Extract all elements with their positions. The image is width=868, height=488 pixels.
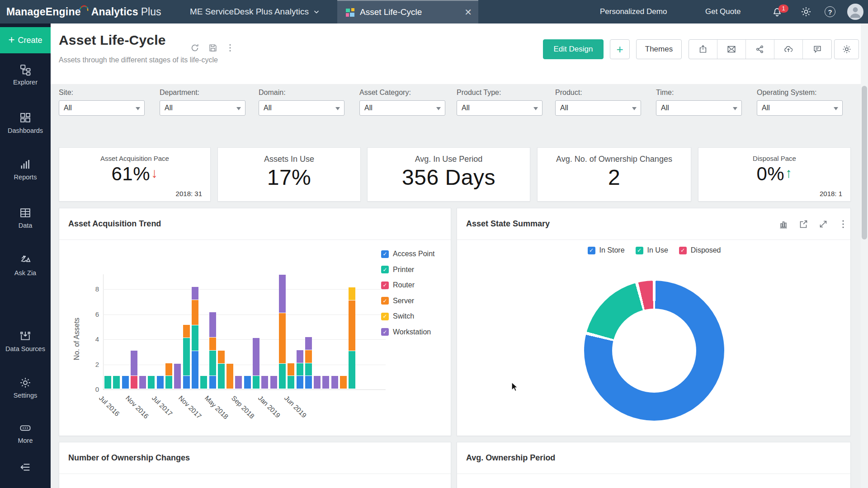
legend-item-ws: ✓Workstation bbox=[381, 328, 434, 336]
x-tick-label: Jul 2017 bbox=[151, 394, 174, 418]
bar-segment-ap bbox=[183, 376, 190, 389]
kpi-card: Asset Acquisition Pace61%↓2018: 31 bbox=[59, 147, 211, 202]
kpi-value: 2 bbox=[538, 165, 691, 190]
kpi-comparison-value: 2018: 1 bbox=[820, 190, 842, 197]
legend-checkbox[interactable]: ✓ bbox=[381, 328, 389, 336]
filter-dropdown[interactable]: All bbox=[160, 100, 245, 116]
sidebar-item-ask-zia[interactable]: Ask Zia bbox=[0, 254, 51, 277]
sidebar-item-explorer[interactable]: Explorer bbox=[0, 63, 51, 86]
filter-value: All bbox=[762, 104, 770, 112]
edit-design-button[interactable]: Edit Design bbox=[543, 39, 604, 59]
personalized-demo-link[interactable]: Personalized Demo bbox=[600, 0, 667, 23]
sidebar-item-reports[interactable]: Reports bbox=[0, 158, 51, 181]
stacked-bar bbox=[122, 376, 129, 389]
filter-dropdown[interactable]: All bbox=[259, 100, 344, 116]
kpi-value: 61%↓ bbox=[59, 163, 210, 185]
sidebar-item-more[interactable]: More bbox=[0, 422, 51, 444]
themes-button[interactable]: Themes bbox=[636, 39, 682, 59]
filter-dropdown[interactable]: All bbox=[457, 100, 542, 116]
get-quote-link[interactable]: Get Quote bbox=[705, 0, 741, 23]
dropdown-arrow-icon bbox=[533, 107, 538, 110]
filter-value: All bbox=[364, 104, 373, 112]
kpi-card: Disposal Pace0%↑2018: 1 bbox=[698, 147, 851, 202]
add-widget-button[interactable]: + bbox=[610, 39, 630, 59]
themes-label: Themes bbox=[645, 45, 673, 54]
bar-segment-ws bbox=[314, 376, 321, 389]
tab-title: Asset Life-Cycle bbox=[360, 7, 422, 17]
donut-hole bbox=[612, 309, 696, 393]
publish-cloud-icon[interactable] bbox=[774, 40, 803, 59]
panel-header: Asset State Summary bbox=[457, 208, 850, 240]
legend-checkbox[interactable]: ✓ bbox=[381, 250, 389, 258]
tab-close-icon[interactable]: ✕ bbox=[464, 8, 472, 17]
bar-segment-sw bbox=[349, 287, 355, 300]
legend-checkbox[interactable]: ✓ bbox=[679, 247, 687, 254]
refresh-icon[interactable] bbox=[190, 43, 202, 55]
kpi-comparison-value: 2018: 31 bbox=[176, 190, 202, 197]
legend-label: In Store bbox=[599, 246, 625, 254]
bar-segment-ap bbox=[157, 376, 164, 389]
filter-dropdown[interactable]: All bbox=[656, 100, 742, 116]
expand-icon[interactable] bbox=[818, 219, 829, 230]
open-in-new-icon[interactable] bbox=[798, 219, 809, 230]
user-avatar[interactable] bbox=[847, 4, 863, 20]
more-options-icon[interactable] bbox=[225, 43, 237, 55]
more-options-icon[interactable] bbox=[838, 219, 849, 230]
filter-dropdown[interactable]: All bbox=[757, 100, 843, 116]
bar-segment-ws bbox=[192, 287, 198, 300]
scrollbar-thumb[interactable] bbox=[862, 86, 867, 239]
bar-segment-ws bbox=[261, 376, 268, 389]
plus-icon: + bbox=[616, 42, 623, 56]
bar-segment-pr bbox=[200, 376, 207, 389]
legend-checkbox[interactable]: ✓ bbox=[381, 313, 389, 320]
bar-segment-ws bbox=[253, 338, 259, 375]
share-icon[interactable] bbox=[746, 40, 774, 59]
legend-checkbox[interactable]: ✓ bbox=[381, 297, 389, 305]
stacked-bar bbox=[174, 364, 181, 389]
filter-dropdown[interactable]: All bbox=[555, 100, 641, 116]
filter-dropdown[interactable]: All bbox=[359, 100, 445, 116]
legend-checkbox[interactable]: ✓ bbox=[381, 266, 389, 273]
collapse-sidebar-icon[interactable] bbox=[19, 461, 32, 474]
sidebar-item-label: Data bbox=[0, 222, 51, 229]
tab-asset-life-cycle[interactable]: Asset Life-Cycle ✕ bbox=[337, 0, 478, 23]
stacked-bar bbox=[253, 338, 259, 389]
y-tick-label: 8 bbox=[77, 285, 99, 293]
sidebar-item-dashboards[interactable]: Dashboards bbox=[0, 112, 51, 134]
dashboard-grid-icon bbox=[345, 8, 355, 17]
stacked-bar bbox=[157, 376, 164, 389]
panel-title: Asset State Summary bbox=[466, 219, 550, 229]
brand-logo[interactable]: ManageEngineAnalyticsPlus bbox=[6, 0, 161, 23]
legend-label: Router bbox=[393, 281, 415, 289]
legend-checkbox[interactable]: ✓ bbox=[636, 247, 643, 254]
kpi-value: 356 Days bbox=[368, 165, 530, 190]
kpi-title: Avg. In Use Period bbox=[368, 155, 530, 164]
kpi-title: Asset Acquisition Pace bbox=[59, 155, 210, 162]
legend-checkbox[interactable]: ✓ bbox=[381, 282, 389, 289]
sidebar-item-data-sources[interactable]: Data Sources bbox=[0, 330, 51, 352]
chart-type-icon[interactable] bbox=[778, 219, 789, 230]
filter-dropdown[interactable]: All bbox=[59, 100, 145, 116]
filter-value: All bbox=[264, 104, 272, 112]
export-icon[interactable] bbox=[689, 40, 717, 59]
sidebar-item-settings[interactable]: Settings bbox=[0, 376, 51, 399]
sidebar-item-label: Settings bbox=[0, 392, 51, 399]
create-button[interactable]: + Create bbox=[0, 27, 51, 53]
settings-gear-icon[interactable] bbox=[800, 6, 812, 18]
reports-icon bbox=[19, 158, 32, 171]
dropdown-arrow-icon bbox=[236, 107, 241, 110]
filter-site: Site:All bbox=[59, 89, 145, 116]
sidebar-item-data[interactable]: Data bbox=[0, 206, 51, 229]
ask-zia-icon bbox=[19, 254, 32, 267]
legend-checkbox[interactable]: ✓ bbox=[588, 247, 595, 254]
stacked-bar bbox=[331, 376, 338, 389]
comment-icon[interactable] bbox=[803, 40, 831, 59]
dashboard-settings-button[interactable] bbox=[834, 39, 859, 59]
scrollbar-track[interactable] bbox=[861, 23, 868, 488]
email-icon[interactable] bbox=[717, 40, 746, 59]
workspace-dropdown[interactable]: ME ServiceDesk Plus Analytics bbox=[190, 0, 321, 23]
save-icon[interactable] bbox=[208, 43, 220, 55]
filter-value: All bbox=[64, 104, 72, 112]
help-icon[interactable]: ? bbox=[825, 6, 835, 17]
sidebar-item-label: Data Sources bbox=[0, 345, 51, 352]
